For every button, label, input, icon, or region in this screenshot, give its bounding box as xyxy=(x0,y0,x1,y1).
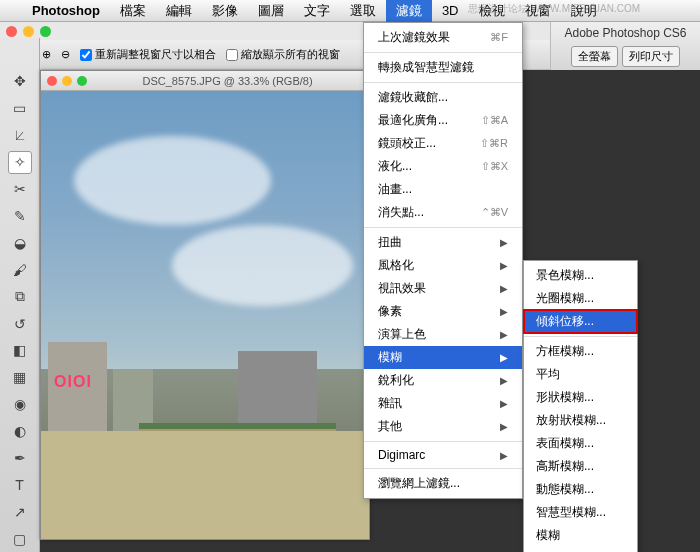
image-sign: OIOI xyxy=(54,373,92,391)
watermark: 思缘设计论坛 WWW.MISSYUAN.COM xyxy=(468,2,640,16)
blur-tool-icon[interactable]: ◉ xyxy=(8,393,32,416)
zoom-icon[interactable] xyxy=(40,26,51,37)
image-ground xyxy=(41,431,369,539)
doc-zoom-icon[interactable] xyxy=(77,76,87,86)
submenu-motion-blur[interactable]: 動態模糊... xyxy=(524,478,637,501)
tools-panel: ✥ ▭ ⟀ ✧ ✂ ✎ ◒ 🖌 ⧉ ↺ ◧ ▦ ◉ ◐ ✒ T ↗ ▢ xyxy=(0,38,40,552)
path-tool-icon[interactable]: ↗ xyxy=(8,500,32,523)
zoom-in-icon[interactable]: ⊕ xyxy=(42,48,51,61)
menu-image[interactable]: 影像 xyxy=(202,0,248,22)
document-title: DSC_8575.JPG @ 33.3% (RGB/8) xyxy=(92,75,363,87)
submenu-shape-blur[interactable]: 形狀模糊... xyxy=(524,386,637,409)
doc-minimize-icon[interactable] xyxy=(62,76,72,86)
menu-render[interactable]: 演算上色▶ xyxy=(364,323,522,346)
menu-type[interactable]: 文字 xyxy=(294,0,340,22)
zoom-all-windows-checkbox[interactable]: 縮放顯示所有的視窗 xyxy=(226,47,340,62)
menu-separator xyxy=(524,336,637,337)
close-icon[interactable] xyxy=(6,26,17,37)
document-titlebar: DSC_8575.JPG @ 33.3% (RGB/8) xyxy=(41,71,369,91)
menu-stylize[interactable]: 風格化▶ xyxy=(364,254,522,277)
submenu-surface-blur[interactable]: 表面模糊... xyxy=(524,432,637,455)
product-name: Adobe Photoshop CS6 xyxy=(551,22,700,44)
pen-tool-icon[interactable]: ✒ xyxy=(8,447,32,470)
magic-wand-tool-icon[interactable]: ✧ xyxy=(8,151,32,174)
menu-select[interactable]: 選取 xyxy=(340,0,386,22)
submenu-iris-blur[interactable]: 光圈模糊... xyxy=(524,287,637,310)
minimize-icon[interactable] xyxy=(23,26,34,37)
menu-separator xyxy=(364,52,522,53)
crop-tool-icon[interactable]: ✂ xyxy=(8,178,32,201)
submenu-blur[interactable]: 模糊 xyxy=(524,524,637,547)
healing-tool-icon[interactable]: ◒ xyxy=(8,231,32,254)
stamp-tool-icon[interactable]: ⧉ xyxy=(8,285,32,308)
menu-separator xyxy=(364,227,522,228)
menu-pixelate[interactable]: 像素▶ xyxy=(364,300,522,323)
submenu-average[interactable]: 平均 xyxy=(524,363,637,386)
menu-3d[interactable]: 3D xyxy=(432,0,469,22)
submenu-tilt-shift[interactable]: 傾斜位移... xyxy=(524,310,637,333)
menu-blur[interactable]: 模糊▶ xyxy=(364,346,522,369)
fullscreen-button[interactable]: 全螢幕 xyxy=(571,46,618,67)
shape-tool-icon[interactable]: ▢ xyxy=(8,527,32,550)
menu-liquify[interactable]: 液化...⇧⌘X xyxy=(364,155,522,178)
lasso-tool-icon[interactable]: ⟀ xyxy=(8,124,32,147)
menu-adaptive-wide-angle[interactable]: 最適化廣角...⇧⌘A xyxy=(364,109,522,132)
image-cloud xyxy=(172,225,352,306)
menu-layer[interactable]: 圖層 xyxy=(248,0,294,22)
marquee-tool-icon[interactable]: ▭ xyxy=(8,97,32,120)
menu-separator xyxy=(364,82,522,83)
menu-sharpen[interactable]: 銳利化▶ xyxy=(364,369,522,392)
submenu-smart-blur[interactable]: 智慧型模糊... xyxy=(524,501,637,524)
submenu-arrow-icon: ▶ xyxy=(500,398,508,409)
menu-separator xyxy=(364,441,522,442)
submenu-arrow-icon: ▶ xyxy=(500,375,508,386)
doc-close-icon[interactable] xyxy=(47,76,57,86)
menu-oil-paint[interactable]: 油畫... xyxy=(364,178,522,201)
submenu-gaussian-blur[interactable]: 高斯模糊... xyxy=(524,455,637,478)
menu-filter-gallery[interactable]: 濾鏡收藏館... xyxy=(364,86,522,109)
right-options: Adobe Photoshop CS6 全螢幕 列印尺寸 xyxy=(550,22,700,70)
menu-other[interactable]: 其他▶ xyxy=(364,415,522,438)
menu-distort[interactable]: 扭曲▶ xyxy=(364,231,522,254)
zoom-out-icon[interactable]: ⊖ xyxy=(61,48,70,61)
filter-menu-dropdown: 上次濾鏡效果⌘F 轉換成智慧型濾鏡 濾鏡收藏館... 最適化廣角...⇧⌘A 鏡… xyxy=(363,22,523,499)
app-name[interactable]: Photoshop xyxy=(22,3,110,18)
submenu-arrow-icon: ▶ xyxy=(500,329,508,340)
menu-last-filter[interactable]: 上次濾鏡效果⌘F xyxy=(364,26,522,49)
menu-separator xyxy=(364,468,522,469)
submenu-lens-blur[interactable]: 鏡頭模糊... xyxy=(524,547,637,552)
eraser-tool-icon[interactable]: ◧ xyxy=(8,339,32,362)
dodge-tool-icon[interactable]: ◐ xyxy=(8,420,32,443)
document-window: DSC_8575.JPG @ 33.3% (RGB/8) OIOI xyxy=(40,70,370,540)
document-canvas[interactable]: OIOI xyxy=(41,91,369,539)
menu-noise[interactable]: 雜訊▶ xyxy=(364,392,522,415)
submenu-arrow-icon: ▶ xyxy=(500,421,508,432)
submenu-arrow-icon: ▶ xyxy=(500,260,508,271)
menu-vanishing-point[interactable]: 消失點...⌃⌘V xyxy=(364,201,522,224)
image-cloud xyxy=(74,136,271,226)
submenu-arrow-icon: ▶ xyxy=(500,237,508,248)
menu-filter[interactable]: 濾鏡 xyxy=(386,0,432,22)
submenu-radial-blur[interactable]: 放射狀模糊... xyxy=(524,409,637,432)
menu-video[interactable]: 視訊效果▶ xyxy=(364,277,522,300)
submenu-field-blur[interactable]: 景色模糊... xyxy=(524,264,637,287)
submenu-arrow-icon: ▶ xyxy=(500,352,508,363)
brush-tool-icon[interactable]: 🖌 xyxy=(8,258,32,281)
history-brush-tool-icon[interactable]: ↺ xyxy=(8,312,32,335)
image-building xyxy=(238,351,317,432)
submenu-arrow-icon: ▶ xyxy=(500,306,508,317)
menu-edit[interactable]: 編輯 xyxy=(156,0,202,22)
resize-window-checkbox[interactable]: 重新調整視窗尺寸以相合 xyxy=(80,47,216,62)
submenu-box-blur[interactable]: 方框模糊... xyxy=(524,340,637,363)
menu-convert-smart[interactable]: 轉換成智慧型濾鏡 xyxy=(364,56,522,79)
gradient-tool-icon[interactable]: ▦ xyxy=(8,366,32,389)
type-tool-icon[interactable]: T xyxy=(8,473,32,496)
menu-browse-filters[interactable]: 瀏覽網上濾鏡... xyxy=(364,472,522,495)
menu-digimarc[interactable]: Digimarc▶ xyxy=(364,445,522,465)
eyedropper-tool-icon[interactable]: ✎ xyxy=(8,205,32,228)
printsize-button[interactable]: 列印尺寸 xyxy=(622,46,680,67)
submenu-arrow-icon: ▶ xyxy=(500,450,508,461)
menu-file[interactable]: 檔案 xyxy=(110,0,156,22)
menu-lens-correction[interactable]: 鏡頭校正...⇧⌘R xyxy=(364,132,522,155)
move-tool-icon[interactable]: ✥ xyxy=(8,70,32,93)
